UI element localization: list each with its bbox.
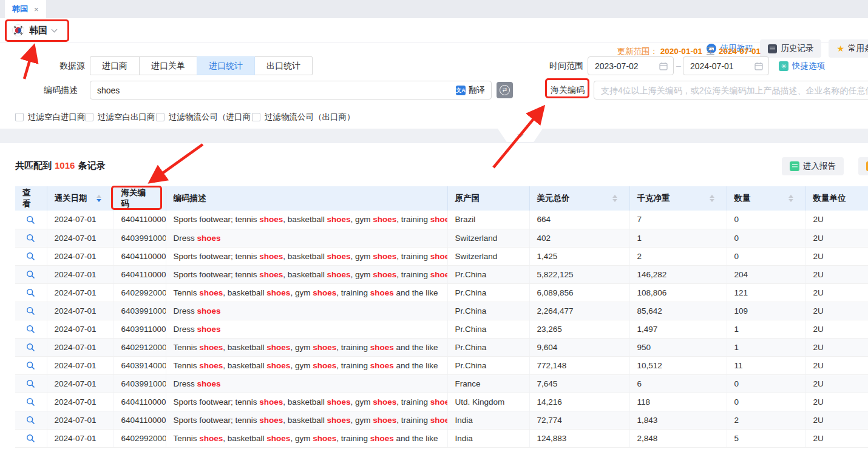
country-selector[interactable]: 韩国 [12, 23, 56, 38]
checkbox-box[interactable] [85, 113, 93, 121]
cell-quantity: 204 [727, 265, 805, 283]
view-detail-button[interactable] [15, 302, 47, 320]
enter-report-label: 进入报告 [803, 161, 836, 172]
cell-usd-total: 7,645 [529, 374, 629, 393]
view-detail-button[interactable] [15, 356, 47, 374]
translate-button[interactable]: 文A 翻译 [456, 85, 485, 96]
highlighted-keyword: shoes [430, 416, 447, 425]
magnifier-icon [26, 361, 35, 370]
sort-carets[interactable] [612, 195, 617, 202]
highlighted-keyword: shoes [197, 325, 221, 334]
annotation-arrow-country [24, 48, 33, 79]
quick-options-label: 快捷选项 [792, 61, 825, 72]
table-row: 2024-07-016402992000Tennis shoes, basket… [15, 283, 868, 302]
history-icon [768, 44, 777, 53]
view-detail-button[interactable] [15, 393, 47, 411]
cell-quantity: 0 [727, 247, 805, 265]
enter-report-button[interactable]: 进入报告 [782, 157, 844, 175]
column-label: 美元总价 [537, 193, 570, 204]
sort-desc-icon[interactable] [97, 199, 101, 202]
table-row: 2024-07-016404110000Sports footwear; ten… [15, 411, 868, 429]
highlighted-keyword: shoes [197, 234, 221, 243]
view-detail-button[interactable] [15, 411, 47, 429]
view-detail-button[interactable] [15, 320, 47, 338]
sort-asc-icon[interactable] [788, 195, 793, 198]
hs-code-input[interactable] [594, 82, 868, 98]
cell-description: Tennis shoes, basketball shoes, gym shoe… [166, 356, 447, 374]
description-input[interactable] [90, 82, 456, 98]
view-detail-button[interactable] [15, 247, 47, 265]
sort-carets[interactable] [710, 195, 714, 202]
highlighted-keyword: shoes [197, 379, 221, 388]
cell-origin: Utd. Kingdom [447, 393, 529, 411]
column-header[interactable]: 通关日期 [47, 186, 114, 211]
sort-desc-icon[interactable] [788, 199, 793, 202]
cell-hs-code: 6404110000 [114, 411, 166, 429]
table-row: 2024-07-016404110000Sports footwear; ten… [15, 393, 868, 411]
datasource-option[interactable]: 进口统计 [197, 56, 255, 75]
sort-asc-icon[interactable] [612, 195, 617, 198]
cell-net-kg: 85,642 [629, 302, 727, 320]
exchange-icon: ⇄ [500, 85, 510, 95]
cell-hs-code: 6403914000 [114, 356, 166, 374]
sort-desc-icon[interactable] [612, 199, 617, 202]
datasource-option[interactable]: 进口商 [90, 56, 140, 75]
sort-desc-icon[interactable] [710, 199, 714, 202]
cell-hs-code: 6403991000 [114, 229, 166, 247]
column-label: 编码描述 [174, 193, 206, 204]
cell-unit: 2U [805, 429, 868, 447]
cell-unit: 2U [805, 229, 868, 247]
date-to-value: 2024-07-01 [683, 61, 754, 71]
view-detail-button[interactable] [15, 229, 47, 247]
date-to-input[interactable]: 2024-07-01 [683, 56, 769, 75]
cell-usd-total: 124,883 [529, 429, 629, 447]
cell-quantity: 1 [727, 320, 805, 338]
view-detail-button[interactable] [15, 374, 47, 393]
tab-korea[interactable]: 韩国 × [5, 0, 46, 18]
datasource-option[interactable]: 出口统计 [254, 56, 313, 75]
cell-description: Dress shoes [166, 320, 447, 338]
checkbox-box[interactable] [252, 113, 260, 121]
translate-icon: 文A [456, 86, 466, 95]
sort-asc-icon[interactable] [97, 195, 101, 198]
exact-match-toggle-button[interactable]: ⇄ [497, 82, 513, 98]
view-detail-button[interactable] [15, 429, 47, 447]
update-range: 更新范围： 2020-01-01 至 2024-07-01 [617, 46, 761, 57]
view-detail-button[interactable] [15, 211, 47, 229]
filter-checkbox[interactable]: 过滤空白出口商 [85, 112, 155, 123]
cell-origin: Pr.China [447, 338, 529, 356]
history-button[interactable]: 历史记录 [760, 39, 821, 58]
cell-hs-code: 6404110000 [114, 393, 166, 411]
view-detail-button[interactable] [15, 265, 47, 283]
filter-checkbox[interactable]: 过滤空白进口商 [15, 112, 86, 123]
quick-options-link[interactable]: ✳ 快捷选项 [779, 61, 825, 72]
collapse-panel-button[interactable] [498, 129, 543, 142]
highlighted-keyword: shoes [199, 361, 223, 370]
checkbox-box[interactable] [15, 113, 24, 121]
magnifier-icon [26, 252, 35, 261]
column-header[interactable]: 美元总价 [529, 186, 629, 211]
column-header[interactable]: 数量 [727, 186, 805, 211]
calendar-icon[interactable] [754, 62, 763, 70]
sort-carets[interactable] [788, 195, 793, 202]
calendar-icon[interactable] [659, 62, 668, 70]
sort-carets[interactable] [97, 195, 101, 202]
sort-asc-icon[interactable] [710, 195, 714, 198]
export-button[interactable] [858, 157, 868, 175]
highlighted-keyword: shoes [313, 343, 336, 352]
checkbox-box[interactable] [156, 113, 164, 121]
view-detail-button[interactable] [15, 283, 47, 302]
collapse-band [0, 129, 868, 143]
column-header[interactable]: 千克净重 [629, 186, 727, 211]
highlighted-keyword: shoes [199, 434, 223, 443]
favorites-button[interactable]: ★ 常用条件 [829, 39, 868, 58]
tab-close-icon[interactable]: × [34, 5, 39, 14]
cell-date: 2024-07-01 [47, 211, 114, 229]
cell-unit: 2U [805, 283, 868, 302]
date-from-input[interactable]: 2023-07-02 [588, 56, 674, 75]
datasource-option[interactable]: 进口关单 [139, 56, 197, 75]
description-input-wrap: 文A 翻译 [90, 81, 492, 100]
filter-checkbox[interactable]: 过滤物流公司（出口商） [252, 112, 355, 123]
filter-checkbox[interactable]: 过滤物流公司（进口商） [156, 112, 259, 123]
view-detail-button[interactable] [15, 338, 47, 356]
